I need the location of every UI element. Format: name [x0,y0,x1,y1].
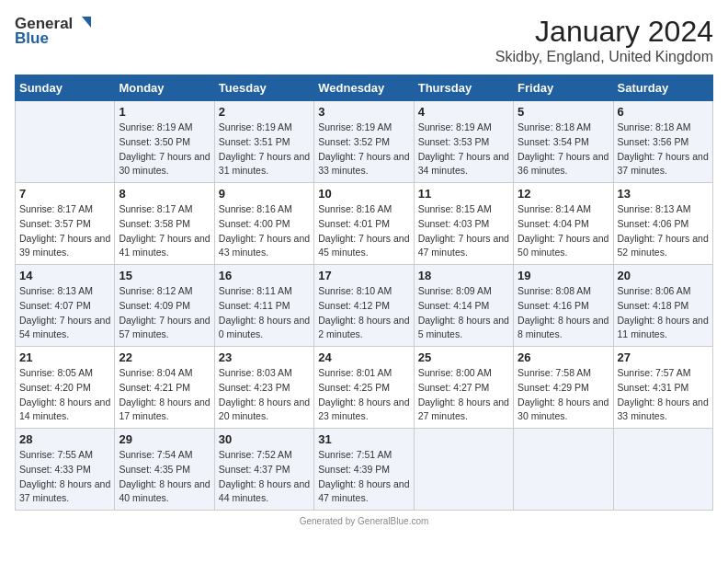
day-number: 26 [518,350,609,364]
daylight-text: Daylight: 7 hours and 43 minutes. [219,233,310,259]
daylight-text: Daylight: 7 hours and 34 minutes. [418,151,509,177]
calendar-table: Sunday Monday Tuesday Wednesday Thursday… [15,75,713,511]
sunset-text: Sunset: 4:12 PM [318,300,390,311]
sunset-text: Sunset: 4:18 PM [618,300,689,311]
sunset-text: Sunset: 4:37 PM [219,464,290,475]
sunset-text: Sunset: 4:07 PM [19,300,91,311]
day-info: Sunrise: 8:10 AM Sunset: 4:12 PM Dayligh… [318,284,409,342]
daylight-text: Daylight: 8 hours and 27 minutes. [418,396,509,422]
day-info: Sunrise: 8:01 AM Sunset: 4:25 PM Dayligh… [318,366,409,424]
table-row: 11 Sunrise: 8:15 AM Sunset: 4:03 PM Dayl… [414,183,513,265]
table-row [613,429,712,511]
table-row: 29 Sunrise: 7:54 AM Sunset: 4:35 PM Dayl… [115,429,214,511]
header-monday: Monday [115,75,214,101]
sunset-text: Sunset: 4:06 PM [618,218,689,229]
day-number: 27 [618,350,709,364]
table-row: 28 Sunrise: 7:55 AM Sunset: 4:33 PM Dayl… [16,429,115,511]
day-number: 18 [418,269,509,282]
day-info: Sunrise: 8:13 AM Sunset: 4:07 PM Dayligh… [19,284,110,342]
day-number: 30 [219,432,310,446]
daylight-text: Daylight: 8 hours and 47 minutes. [318,478,409,504]
day-info: Sunrise: 7:58 AM Sunset: 4:29 PM Dayligh… [518,366,609,424]
sunrise-text: Sunrise: 8:00 AM [418,367,492,378]
table-row: 6 Sunrise: 8:18 AM Sunset: 3:56 PM Dayli… [613,101,712,183]
table-row: 8 Sunrise: 8:17 AM Sunset: 3:58 PM Dayli… [115,183,214,265]
sunrise-text: Sunrise: 8:19 AM [219,121,292,132]
table-row: 27 Sunrise: 7:57 AM Sunset: 4:31 PM Dayl… [613,347,712,429]
day-number: 14 [19,269,110,282]
day-info: Sunrise: 8:05 AM Sunset: 4:20 PM Dayligh… [19,366,110,424]
title-area: January 2024 Skidby, England, United Kin… [495,15,713,65]
day-number: 4 [418,105,509,119]
month-title: January 2024 [495,15,713,49]
table-row: 30 Sunrise: 7:52 AM Sunset: 4:37 PM Dayl… [214,429,313,511]
sunrise-text: Sunrise: 8:17 AM [19,203,93,214]
sunset-text: Sunset: 4:21 PM [119,382,190,393]
sunrise-text: Sunrise: 8:08 AM [518,285,591,296]
sunrise-text: Sunrise: 8:17 AM [119,203,192,214]
day-number: 2 [219,105,310,119]
day-info: Sunrise: 7:55 AM Sunset: 4:33 PM Dayligh… [19,448,110,506]
week-row-0: 1 Sunrise: 8:19 AM Sunset: 3:50 PM Dayli… [16,101,713,183]
sunset-text: Sunset: 4:31 PM [618,382,689,393]
weekday-header-row: Sunday Monday Tuesday Wednesday Thursday… [16,75,713,101]
day-number: 1 [119,105,210,119]
sunset-text: Sunset: 4:00 PM [219,218,290,229]
daylight-text: Daylight: 7 hours and 36 minutes. [518,151,609,177]
daylight-text: Daylight: 8 hours and 23 minutes. [318,396,409,422]
table-row: 9 Sunrise: 8:16 AM Sunset: 4:00 PM Dayli… [214,183,313,265]
daylight-text: Daylight: 8 hours and 33 minutes. [618,396,709,422]
day-info: Sunrise: 8:11 AM Sunset: 4:11 PM Dayligh… [219,284,310,342]
table-row: 3 Sunrise: 8:19 AM Sunset: 3:52 PM Dayli… [314,101,414,183]
sunrise-text: Sunrise: 8:03 AM [219,367,292,378]
day-number: 25 [418,350,509,364]
header-thursday: Thursday [414,75,513,101]
sunrise-text: Sunrise: 7:51 AM [318,449,392,460]
table-row: 20 Sunrise: 8:06 AM Sunset: 4:18 PM Dayl… [613,265,712,347]
sunrise-text: Sunrise: 8:16 AM [318,203,392,214]
day-info: Sunrise: 8:17 AM Sunset: 3:58 PM Dayligh… [119,202,210,260]
sunset-text: Sunset: 4:20 PM [19,382,91,393]
day-info: Sunrise: 8:18 AM Sunset: 3:54 PM Dayligh… [518,121,609,178]
table-row: 21 Sunrise: 8:05 AM Sunset: 4:20 PM Dayl… [16,347,115,429]
daylight-text: Daylight: 7 hours and 39 minutes. [19,233,110,259]
sunset-text: Sunset: 3:58 PM [119,218,190,229]
sunset-text: Sunset: 4:25 PM [318,382,390,393]
table-row: 26 Sunrise: 7:58 AM Sunset: 4:29 PM Dayl… [514,347,613,429]
day-number: 3 [318,105,409,119]
table-row: 18 Sunrise: 8:09 AM Sunset: 4:14 PM Dayl… [414,265,513,347]
page-header: General Blue January 2024 Skidby, Englan… [15,15,713,65]
table-row: 1 Sunrise: 8:19 AM Sunset: 3:50 PM Dayli… [115,101,214,183]
day-number: 24 [318,350,409,364]
sunrise-text: Sunrise: 8:19 AM [418,121,492,132]
sunset-text: Sunset: 3:54 PM [518,136,589,147]
sunset-text: Sunset: 4:23 PM [219,382,290,393]
logo-triangle-icon [74,15,93,33]
sunrise-text: Sunrise: 7:55 AM [19,449,93,460]
sunset-text: Sunset: 3:53 PM [418,136,490,147]
daylight-text: Daylight: 8 hours and 8 minutes. [518,315,609,340]
header-tuesday: Tuesday [214,75,313,101]
sunrise-text: Sunrise: 7:54 AM [119,449,192,460]
day-info: Sunrise: 8:16 AM Sunset: 4:01 PM Dayligh… [318,202,409,260]
table-row: 12 Sunrise: 8:14 AM Sunset: 4:04 PM Dayl… [514,183,613,265]
header-wednesday: Wednesday [314,75,414,101]
sunrise-text: Sunrise: 8:01 AM [318,367,392,378]
daylight-text: Daylight: 7 hours and 45 minutes. [318,233,409,259]
daylight-text: Daylight: 8 hours and 20 minutes. [219,396,310,422]
sunrise-text: Sunrise: 8:19 AM [119,121,192,132]
day-number: 28 [19,432,110,446]
sunrise-text: Sunrise: 8:18 AM [518,121,591,132]
day-info: Sunrise: 8:14 AM Sunset: 4:04 PM Dayligh… [518,202,609,260]
daylight-text: Daylight: 8 hours and 14 minutes. [19,396,110,422]
daylight-text: Daylight: 8 hours and 0 minutes. [219,315,310,340]
table-row: 4 Sunrise: 8:19 AM Sunset: 3:53 PM Dayli… [414,101,513,183]
sunrise-text: Sunrise: 8:12 AM [119,285,192,296]
table-row: 22 Sunrise: 8:04 AM Sunset: 4:21 PM Dayl… [115,347,214,429]
sunset-text: Sunset: 4:01 PM [318,218,390,229]
sunrise-text: Sunrise: 8:13 AM [19,285,93,296]
day-info: Sunrise: 8:19 AM Sunset: 3:50 PM Dayligh… [119,121,210,178]
day-number: 15 [119,269,210,282]
day-info: Sunrise: 8:19 AM Sunset: 3:51 PM Dayligh… [219,121,310,178]
sunset-text: Sunset: 3:50 PM [119,136,190,147]
